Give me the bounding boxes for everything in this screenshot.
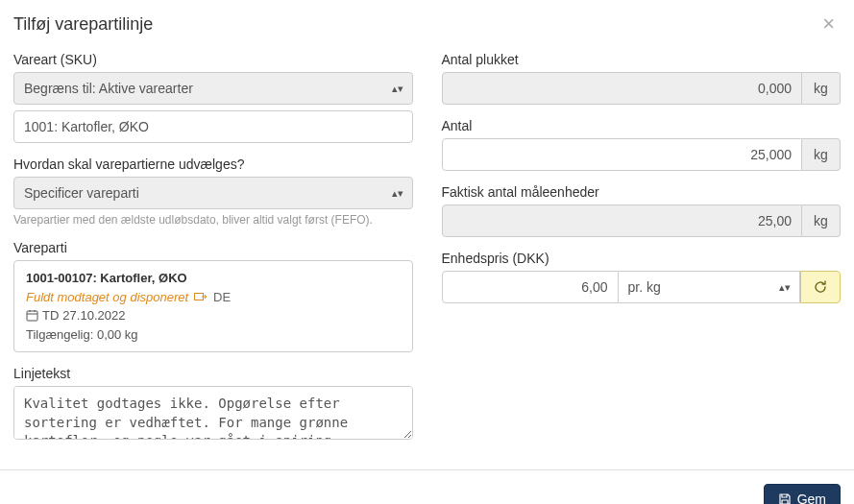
- actual-label: Faktisk antal måleenheder: [442, 184, 842, 200]
- price-label: Enhedspris (DKK): [442, 251, 842, 266]
- lot-country: DE: [213, 288, 231, 307]
- refresh-icon: [813, 279, 828, 295]
- picked-label: Antal plukket: [442, 52, 842, 67]
- save-button-label: Gem: [797, 492, 826, 504]
- save-button[interactable]: Gem: [764, 484, 841, 504]
- lot-date-row: TD 27.10.2022: [26, 306, 401, 325]
- calendar-icon: [26, 309, 38, 322]
- picked-group: Antal plukket kg: [442, 52, 842, 105]
- lot-status-row: Fuldt modtaget og disponeret DE: [26, 288, 401, 307]
- close-icon: ×: [822, 12, 835, 36]
- save-icon: [778, 492, 792, 504]
- price-refresh-button[interactable]: [800, 271, 841, 303]
- lot-card[interactable]: 1001-00107: Kartofler, ØKO Fuldt modtage…: [13, 260, 413, 352]
- actual-input: [442, 204, 803, 237]
- modal-header: Tilføj varepartilinje ×: [0, 0, 854, 46]
- price-unit-select[interactable]: ▴▾: [619, 271, 801, 303]
- qty-input[interactable]: [442, 138, 803, 171]
- price-group: Enhedspris (DKK) ▴▾: [442, 251, 842, 303]
- linetext-label: Linjetekst: [13, 366, 413, 381]
- lot-available: Tilgængelig: 0,00 kg: [26, 325, 401, 345]
- lot-date-prefix: TD: [42, 306, 59, 325]
- right-column: Antal plukket kg Antal kg Faktisk antal …: [442, 52, 842, 456]
- modal-title: Tilføj varepartilinje: [13, 14, 153, 35]
- dispatch-icon: [194, 291, 207, 302]
- actual-group: Faktisk antal måleenheder kg: [442, 184, 842, 237]
- selection-select[interactable]: ▴▾: [13, 177, 413, 209]
- left-column: Vareart (SKU) ▴▾ Hvordan skal varepartie…: [13, 52, 413, 456]
- picked-input: [442, 72, 803, 105]
- sku-value-input[interactable]: [13, 110, 413, 143]
- linetext-input[interactable]: Kvalitet godtages ikke. Opgørelse efter …: [13, 386, 413, 440]
- linetext-group: Linjetekst Kvalitet godtages ikke. Opgør…: [13, 366, 413, 443]
- sku-group: Vareart (SKU) ▴▾: [13, 52, 413, 143]
- selection-help: Varepartier med den ældste udløbsdato, b…: [13, 213, 413, 227]
- qty-label: Antal: [442, 118, 842, 133]
- selection-label: Hvordan skal varepartierne udvælges?: [13, 156, 413, 172]
- lot-title: 1001-00107: Kartofler, ØKO: [26, 269, 401, 288]
- add-lot-line-modal: Tilføj varepartilinje × Vareart (SKU) ▴▾…: [0, 0, 854, 504]
- lot-status: Fuldt modtaget og disponeret: [26, 288, 188, 307]
- qty-group: Antal kg: [442, 118, 842, 171]
- actual-unit: kg: [802, 204, 841, 237]
- sku-filter-select[interactable]: ▴▾: [13, 72, 413, 105]
- selection-value[interactable]: [13, 177, 413, 209]
- lot-label: Vareparti: [13, 240, 413, 255]
- price-input[interactable]: [442, 271, 619, 303]
- sku-label: Vareart (SKU): [13, 52, 413, 67]
- picked-unit: kg: [802, 72, 841, 105]
- lot-date: 27.10.2022: [62, 306, 125, 325]
- selection-group: Hvordan skal varepartierne udvælges? ▴▾ …: [13, 156, 413, 227]
- modal-footer: Gem: [0, 470, 854, 504]
- sku-filter-value[interactable]: [13, 72, 413, 105]
- qty-unit: kg: [802, 138, 841, 171]
- close-button[interactable]: ×: [818, 13, 839, 35]
- modal-body: Vareart (SKU) ▴▾ Hvordan skal varepartie…: [0, 46, 854, 470]
- svg-rect-1: [27, 311, 37, 321]
- lot-group: Vareparti 1001-00107: Kartofler, ØKO Ful…: [13, 240, 413, 352]
- price-unit-value[interactable]: [619, 271, 801, 303]
